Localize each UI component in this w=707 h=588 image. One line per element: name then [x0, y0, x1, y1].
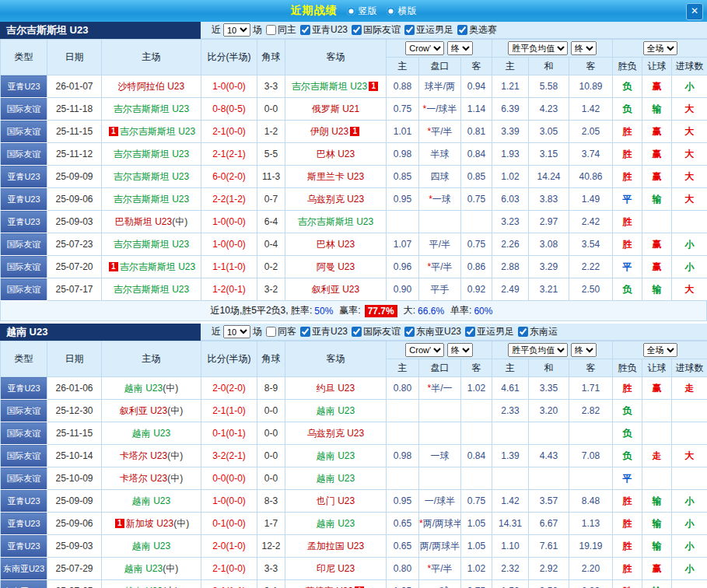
filter-亚运男足[interactable]: 亚运男足	[404, 23, 453, 37]
team-name[interactable]: 吉尔吉斯斯坦 U23	[114, 149, 189, 159]
team-name[interactable]: 吉尔吉斯斯坦 U23	[298, 216, 373, 227]
team-name[interactable]: 阿曼 U23	[317, 261, 355, 272]
match-date-cell: 25-07-29	[47, 558, 102, 580]
date-column-header: 日期	[47, 341, 102, 377]
filter-东南亚U23[interactable]: 东南亚U23	[404, 325, 461, 338]
filter-label: 东南运	[530, 325, 558, 338]
team-name[interactable]: 越南 U23	[317, 518, 355, 529]
date-column-header: 日期	[47, 40, 102, 75]
filter-checkbox[interactable]	[404, 327, 415, 337]
filter-checkbox[interactable]	[457, 25, 467, 35]
team-name[interactable]: 越南 U23	[317, 473, 355, 484]
filter-东南运[interactable]: 东南运	[518, 325, 558, 338]
odds-home-header: 主	[387, 58, 419, 75]
mean-home-cell	[492, 422, 529, 445]
filter-checkbox[interactable]	[352, 25, 362, 35]
match-type-cell: 亚青U23	[1, 490, 47, 513]
recent-count-select[interactable]: 10	[223, 325, 250, 338]
team-name[interactable]: 吉尔吉斯斯坦 U23	[114, 171, 189, 182]
filter-国际友谊[interactable]: 国际友谊	[352, 23, 401, 37]
filter-checkbox[interactable]	[465, 327, 475, 337]
team-name[interactable]: 越南 U23	[124, 586, 163, 588]
filter-亚青U23[interactable]: 亚青U23	[300, 23, 348, 37]
section-team-title: 吉尔吉斯斯坦 U23	[0, 22, 201, 39]
team-name[interactable]: 越南 U23	[317, 405, 355, 416]
team-name[interactable]: 卡塔尔 U23	[120, 473, 167, 484]
odds-final-select[interactable]: 终	[447, 343, 473, 357]
filter-checkbox[interactable]	[404, 25, 415, 35]
team-name[interactable]: 约旦 U23	[317, 383, 355, 394]
filter-同客[interactable]: 同客	[266, 325, 296, 338]
filter-亚运男足[interactable]: 亚运男足	[465, 325, 514, 338]
filter-checkbox[interactable]	[352, 327, 362, 337]
team-name[interactable]: 巴林 U23	[317, 149, 355, 159]
team-name[interactable]: 越南 U23	[124, 563, 163, 574]
neutral-venue-tag: (中)	[163, 563, 178, 574]
layout-radio-vertical[interactable]: 竖版	[347, 5, 377, 18]
score-cell: 2-1(2-1)	[201, 143, 257, 166]
team-name[interactable]: 巴勒斯坦 U23	[115, 216, 172, 227]
filter-checkbox[interactable]	[518, 327, 528, 337]
handicap-cell	[419, 422, 461, 445]
team-name[interactable]: 叙利亚 U23	[120, 405, 167, 416]
mean-away-cell: 19.19	[569, 535, 613, 558]
team-name[interactable]: 也门 U23	[317, 495, 355, 506]
home-odds-cell: 1.01	[387, 121, 419, 143]
team-name[interactable]: 新加坡 U23	[126, 518, 173, 529]
team-name[interactable]: 孟加拉国 U23	[307, 541, 364, 551]
layout-radio-horizontal[interactable]: 横版	[387, 5, 417, 18]
team-name[interactable]: 乌兹别克 U23	[307, 194, 364, 205]
mean-final-select[interactable]: 终	[571, 343, 597, 357]
recent-count-select[interactable]: 10	[223, 23, 250, 37]
team-name[interactable]: 吉尔吉斯斯坦 U23	[114, 284, 189, 295]
team-name[interactable]: 卡塔尔 U23	[120, 450, 167, 461]
filter-checkbox[interactable]	[300, 25, 310, 35]
result-cell: 胜	[613, 233, 642, 256]
filter-同主[interactable]: 同主	[266, 23, 296, 37]
team-name[interactable]: 沙特阿拉伯 U23	[118, 81, 184, 92]
filter-奥选赛[interactable]: 奥选赛	[457, 23, 497, 37]
team-name[interactable]: 越南 U23	[132, 495, 170, 506]
team-name[interactable]: 吉尔吉斯斯坦 U23	[120, 261, 195, 272]
team-name[interactable]: 伊朗 U23	[310, 126, 348, 137]
filter-checkbox[interactable]	[300, 327, 310, 337]
team-name[interactable]: 吉尔吉斯斯坦 U23	[114, 103, 189, 114]
team-name[interactable]: 叙利亚 U23	[312, 284, 359, 295]
filter-checkbox[interactable]	[266, 25, 276, 35]
team-name[interactable]: 巴林 U23	[317, 239, 355, 250]
mean-home-cell: 1.10	[492, 535, 529, 558]
mean-select[interactable]: 胜平负均值	[508, 343, 568, 357]
team-name[interactable]: 印尼 U23	[317, 563, 355, 574]
scope-select[interactable]: 全场	[643, 343, 677, 357]
filter-checkbox[interactable]	[266, 327, 276, 337]
odds-final-select[interactable]: 终	[447, 41, 473, 55]
away-odds-cell: 0.75	[461, 580, 492, 588]
mean-final-select[interactable]: 终	[571, 41, 597, 55]
team-name[interactable]: 吉尔吉斯斯坦 U23	[114, 194, 189, 205]
filter-亚青U23[interactable]: 亚青U23	[300, 325, 348, 338]
mean-home-cell: 1.52	[492, 580, 529, 588]
team-name[interactable]: 菲律宾 U23	[306, 586, 353, 588]
team-name[interactable]: 俄罗斯 U21	[312, 103, 359, 114]
close-button[interactable]: ✕	[686, 3, 703, 20]
filter-国际友谊[interactable]: 国际友谊	[352, 325, 401, 338]
team-name[interactable]: 斯里兰卡 U23	[307, 171, 364, 182]
mean-select[interactable]: 胜平负均值	[508, 41, 568, 55]
mean-home-cell: 3.23	[492, 211, 529, 233]
team-name[interactable]: 越南 U23	[124, 383, 163, 394]
team-name[interactable]: 吉尔吉斯斯坦 U23	[120, 126, 195, 137]
team-name[interactable]: 越南 U23	[132, 428, 170, 439]
team-name[interactable]: 越南 U23	[317, 450, 355, 461]
neutral-venue-tag: (中)	[167, 405, 183, 416]
team-name[interactable]: 乌兹别克 U23	[307, 428, 364, 439]
bookmaker-select[interactable]: Crow'	[405, 41, 444, 55]
scope-select[interactable]: 全场	[643, 41, 677, 55]
team-name[interactable]: 越南 U23	[132, 541, 170, 551]
home-odds-cell	[387, 422, 419, 445]
bookmaker-select[interactable]: Crow'	[405, 343, 444, 357]
red-card-badge: 1	[115, 519, 124, 528]
team-name[interactable]: 吉尔吉斯斯坦 U23	[292, 81, 367, 92]
result-cell: 负	[613, 400, 642, 422]
team-name[interactable]: 吉尔吉斯斯坦 U23	[114, 239, 189, 250]
section-filter-bar: 近 10 场 同主亚青U23国际友谊亚运男足奥选赛	[201, 22, 707, 39]
